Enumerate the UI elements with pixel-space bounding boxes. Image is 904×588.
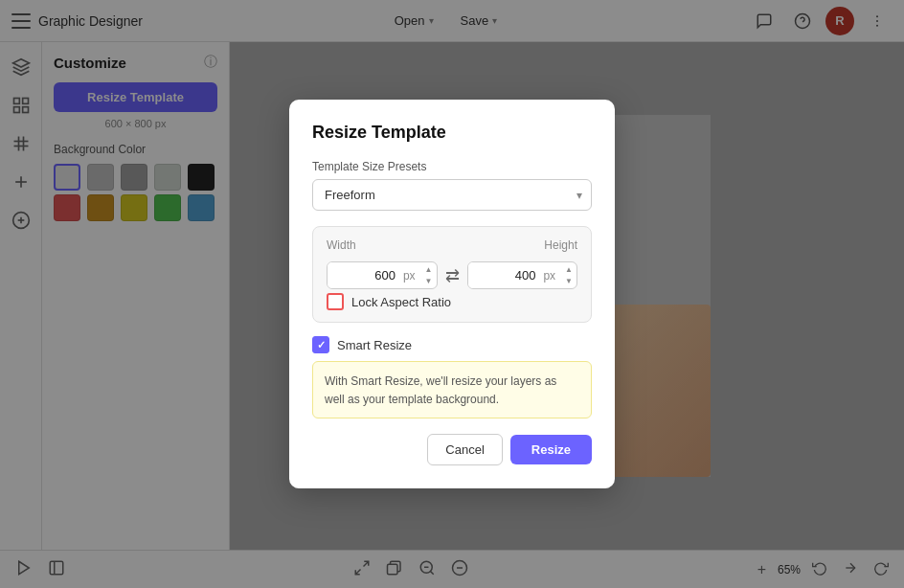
- height-down-button[interactable]: ▼: [561, 276, 576, 287]
- width-down-button[interactable]: ▼: [421, 276, 437, 287]
- lock-aspect-label: Lock Aspect Ratio: [351, 295, 451, 309]
- lock-aspect-checkbox[interactable]: [327, 293, 344, 310]
- modal-overlay: Resize Template Template Size Presets Fr…: [0, 0, 904, 588]
- modal-title: Resize Template: [312, 123, 592, 143]
- smart-resize-info-text: With Smart Resize, we'll resize your lay…: [325, 374, 556, 406]
- height-input-group: px ▲ ▼: [467, 261, 578, 289]
- dimensions-row: Width Height px ▲ ▼ ⇄ px ▲: [312, 226, 592, 323]
- height-up-button[interactable]: ▲: [561, 264, 576, 276]
- swap-dimensions-icon[interactable]: ⇄: [445, 265, 460, 286]
- width-unit: px: [403, 263, 421, 288]
- presets-label: Template Size Presets: [312, 160, 592, 173]
- lock-aspect-row: Lock Aspect Ratio: [327, 293, 577, 310]
- presets-select[interactable]: Freeform Social Media Print Web Custom: [312, 179, 592, 211]
- height-unit: px: [543, 263, 561, 288]
- height-spinners: ▲ ▼: [561, 264, 576, 287]
- width-label: Width: [327, 238, 356, 252]
- resize-template-modal: Resize Template Template Size Presets Fr…: [289, 100, 615, 488]
- smart-resize-info: With Smart Resize, we'll resize your lay…: [312, 361, 592, 418]
- dims-inputs: px ▲ ▼ ⇄ px ▲ ▼: [327, 261, 577, 289]
- smart-resize-row: Smart Resize: [312, 336, 592, 353]
- width-input[interactable]: [328, 262, 403, 288]
- dims-header: Width Height: [327, 238, 577, 252]
- modal-actions: Cancel Resize: [312, 434, 592, 465]
- height-label: Height: [544, 238, 577, 252]
- width-input-group: px ▲ ▼: [327, 261, 438, 289]
- cancel-button[interactable]: Cancel: [427, 434, 502, 465]
- height-input[interactable]: [468, 262, 544, 288]
- resize-button[interactable]: Resize: [510, 435, 592, 464]
- width-up-button[interactable]: ▲: [421, 264, 437, 276]
- width-spinners: ▲ ▼: [421, 264, 437, 287]
- smart-resize-checkbox[interactable]: [312, 336, 329, 353]
- presets-dropdown-wrapper: Freeform Social Media Print Web Custom ▾: [312, 179, 592, 211]
- smart-resize-label: Smart Resize: [337, 338, 412, 352]
